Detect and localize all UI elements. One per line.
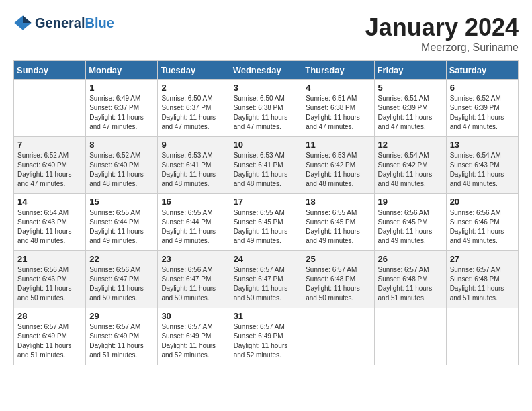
- daylight-text: Daylight: 11 hours and 50 minutes.: [161, 284, 226, 303]
- week-row-5: 28Sunrise: 6:57 AMSunset: 6:49 PMDayligh…: [14, 308, 519, 365]
- calendar-cell: [14, 80, 86, 137]
- day-number: 6: [450, 83, 515, 93]
- col-header-thursday: Thursday: [302, 61, 374, 80]
- col-header-tuesday: Tuesday: [158, 61, 230, 80]
- calendar-cell: 21Sunrise: 6:56 AMSunset: 6:46 PMDayligh…: [14, 251, 86, 308]
- sunset-text: Sunset: 6:40 PM: [17, 161, 82, 170]
- sunrise-text: Sunrise: 6:50 AM: [234, 94, 299, 103]
- sunrise-text: Sunrise: 6:50 AM: [161, 94, 226, 103]
- sunrise-text: Sunrise: 6:49 AM: [89, 94, 154, 103]
- daylight-text: Daylight: 11 hours and 49 minutes.: [378, 227, 443, 246]
- daylight-text: Daylight: 11 hours and 47 minutes.: [450, 113, 515, 132]
- sunset-text: Sunset: 6:38 PM: [234, 103, 299, 113]
- day-info: Sunrise: 6:53 AMSunset: 6:41 PMDaylight:…: [234, 151, 299, 189]
- day-number: 5: [378, 83, 443, 93]
- calendar-cell: 1Sunrise: 6:49 AMSunset: 6:37 PMDaylight…: [86, 80, 158, 137]
- day-number: 23: [161, 254, 226, 264]
- sunset-text: Sunset: 6:48 PM: [306, 275, 370, 284]
- day-info: Sunrise: 6:57 AMSunset: 6:47 PMDaylight:…: [234, 265, 299, 303]
- logo-icon: [13, 13, 32, 32]
- daylight-text: Daylight: 11 hours and 51 minutes.: [450, 284, 515, 303]
- day-info: Sunrise: 6:51 AMSunset: 6:39 PMDaylight:…: [378, 94, 443, 132]
- sunset-text: Sunset: 6:42 PM: [378, 161, 443, 170]
- day-number: 2: [161, 83, 226, 93]
- daylight-text: Daylight: 11 hours and 47 minutes.: [161, 113, 226, 132]
- daylight-text: Daylight: 11 hours and 48 minutes.: [234, 170, 299, 189]
- sunrise-text: Sunrise: 6:54 AM: [378, 151, 443, 161]
- calendar-cell: 16Sunrise: 6:55 AMSunset: 6:44 PMDayligh…: [158, 194, 230, 251]
- sunrise-text: Sunrise: 6:55 AM: [161, 208, 226, 218]
- calendar-cell: 14Sunrise: 6:54 AMSunset: 6:43 PMDayligh…: [14, 194, 86, 251]
- daylight-text: Daylight: 11 hours and 49 minutes.: [306, 227, 370, 246]
- sunrise-text: Sunrise: 6:52 AM: [89, 151, 154, 161]
- day-info: Sunrise: 6:56 AMSunset: 6:45 PMDaylight:…: [378, 208, 443, 246]
- daylight-text: Daylight: 11 hours and 47 minutes.: [306, 113, 370, 132]
- sunrise-text: Sunrise: 6:53 AM: [161, 151, 226, 161]
- daylight-text: Daylight: 11 hours and 48 minutes.: [161, 170, 226, 189]
- day-number: 22: [89, 254, 154, 264]
- calendar-cell: [446, 308, 518, 365]
- week-row-4: 21Sunrise: 6:56 AMSunset: 6:46 PMDayligh…: [14, 251, 519, 308]
- daylight-text: Daylight: 11 hours and 50 minutes.: [89, 284, 154, 303]
- calendar-cell: 11Sunrise: 6:53 AMSunset: 6:42 PMDayligh…: [302, 137, 374, 194]
- day-info: Sunrise: 6:50 AMSunset: 6:37 PMDaylight:…: [161, 94, 226, 132]
- day-number: 7: [17, 140, 82, 150]
- sunset-text: Sunset: 6:38 PM: [306, 103, 370, 113]
- daylight-text: Daylight: 11 hours and 47 minutes.: [378, 113, 443, 132]
- day-info: Sunrise: 6:57 AMSunset: 6:48 PMDaylight:…: [450, 265, 515, 303]
- day-number: 30: [161, 311, 226, 321]
- day-number: 29: [89, 311, 154, 321]
- day-info: Sunrise: 6:54 AMSunset: 6:43 PMDaylight:…: [450, 151, 515, 189]
- daylight-text: Daylight: 11 hours and 47 minutes.: [17, 170, 82, 189]
- day-info: Sunrise: 6:52 AMSunset: 6:39 PMDaylight:…: [450, 94, 515, 132]
- sunset-text: Sunset: 6:40 PM: [89, 161, 154, 170]
- day-info: Sunrise: 6:56 AMSunset: 6:47 PMDaylight:…: [161, 265, 226, 303]
- sunset-text: Sunset: 6:39 PM: [378, 103, 443, 113]
- calendar-cell: 25Sunrise: 6:57 AMSunset: 6:48 PMDayligh…: [302, 251, 374, 308]
- day-info: Sunrise: 6:53 AMSunset: 6:42 PMDaylight:…: [306, 151, 370, 189]
- logo-text-general: General: [35, 15, 85, 30]
- calendar-cell: 6Sunrise: 6:52 AMSunset: 6:39 PMDaylight…: [446, 80, 518, 137]
- sunrise-text: Sunrise: 6:57 AM: [89, 322, 154, 332]
- sunrise-text: Sunrise: 6:52 AM: [450, 94, 515, 103]
- sunset-text: Sunset: 6:41 PM: [234, 161, 299, 170]
- sunset-text: Sunset: 6:44 PM: [89, 218, 154, 227]
- calendar-cell: 19Sunrise: 6:56 AMSunset: 6:45 PMDayligh…: [374, 194, 446, 251]
- daylight-text: Daylight: 11 hours and 49 minutes.: [450, 227, 515, 246]
- sunset-text: Sunset: 6:42 PM: [306, 161, 370, 170]
- day-info: Sunrise: 6:56 AMSunset: 6:46 PMDaylight:…: [450, 208, 515, 246]
- sunset-text: Sunset: 6:46 PM: [450, 218, 515, 227]
- day-info: Sunrise: 6:50 AMSunset: 6:38 PMDaylight:…: [234, 94, 299, 132]
- day-number: 18: [306, 197, 370, 207]
- calendar-cell: 17Sunrise: 6:55 AMSunset: 6:45 PMDayligh…: [230, 194, 302, 251]
- sunrise-text: Sunrise: 6:57 AM: [306, 265, 370, 275]
- daylight-text: Daylight: 11 hours and 51 minutes.: [89, 341, 154, 360]
- col-header-monday: Monday: [86, 61, 158, 80]
- sunset-text: Sunset: 6:48 PM: [378, 275, 443, 284]
- day-info: Sunrise: 6:57 AMSunset: 6:48 PMDaylight:…: [306, 265, 370, 303]
- calendar-cell: 10Sunrise: 6:53 AMSunset: 6:41 PMDayligh…: [230, 137, 302, 194]
- day-number: 11: [306, 140, 370, 150]
- svg-marker-1: [23, 16, 32, 24]
- calendar-cell: 31Sunrise: 6:57 AMSunset: 6:49 PMDayligh…: [230, 308, 302, 365]
- day-info: Sunrise: 6:57 AMSunset: 6:48 PMDaylight:…: [378, 265, 443, 303]
- day-number: 9: [161, 140, 226, 150]
- daylight-text: Daylight: 11 hours and 51 minutes.: [17, 341, 82, 360]
- calendar-cell: [374, 308, 446, 365]
- day-number: 16: [161, 197, 226, 207]
- sunset-text: Sunset: 6:41 PM: [161, 161, 226, 170]
- month-title: January 2024: [365, 13, 519, 42]
- calendar-cell: 29Sunrise: 6:57 AMSunset: 6:49 PMDayligh…: [86, 308, 158, 365]
- sunrise-text: Sunrise: 6:56 AM: [17, 265, 82, 275]
- sunset-text: Sunset: 6:44 PM: [161, 218, 226, 227]
- calendar-cell: 3Sunrise: 6:50 AMSunset: 6:38 PMDaylight…: [230, 80, 302, 137]
- sunrise-text: Sunrise: 6:57 AM: [378, 265, 443, 275]
- calendar-cell: 27Sunrise: 6:57 AMSunset: 6:48 PMDayligh…: [446, 251, 518, 308]
- col-header-friday: Friday: [374, 61, 446, 80]
- sunrise-text: Sunrise: 6:56 AM: [89, 265, 154, 275]
- daylight-text: Daylight: 11 hours and 48 minutes.: [89, 170, 154, 189]
- sunset-text: Sunset: 6:48 PM: [450, 275, 515, 284]
- daylight-text: Daylight: 11 hours and 47 minutes.: [234, 113, 299, 132]
- sunset-text: Sunset: 6:37 PM: [89, 103, 154, 113]
- day-info: Sunrise: 6:57 AMSunset: 6:49 PMDaylight:…: [234, 322, 299, 360]
